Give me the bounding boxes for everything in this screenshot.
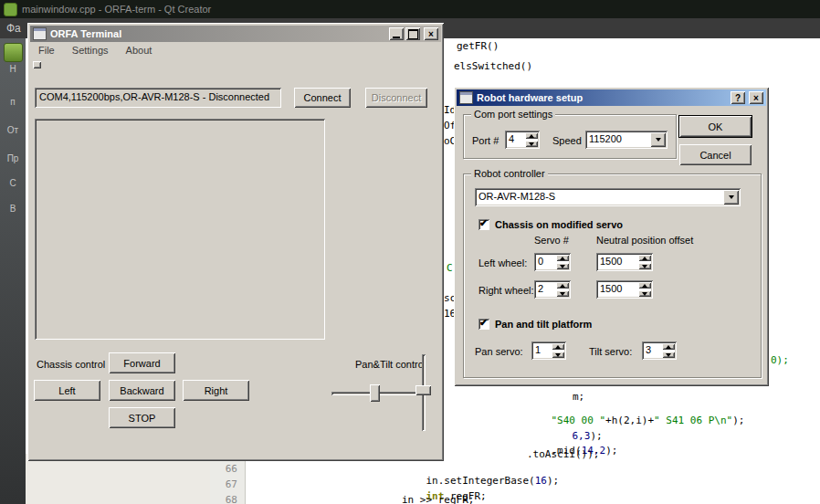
right-wheel-offset-value: 1500 [600, 283, 622, 294]
spin-down-icon[interactable] [552, 352, 564, 358]
spin-down-icon[interactable] [556, 263, 569, 269]
pan-slider[interactable] [331, 383, 423, 404]
backward-button[interactable]: Backward [109, 380, 175, 401]
disconnect-button: Disconnect [365, 88, 427, 108]
tilt-slider[interactable] [415, 354, 432, 431]
left-wheel-offset-spinner[interactable]: 1500 [596, 253, 653, 271]
forward-button[interactable]: Forward [109, 352, 175, 373]
welcome-mode-icon[interactable] [4, 43, 23, 62]
sidebar-item[interactable]: п [0, 97, 26, 107]
pantilt-checkbox[interactable]: ✔ Pan and tilt platform [478, 319, 661, 331]
check-icon: ✔ [479, 217, 488, 229]
spin-up-icon[interactable] [638, 282, 651, 289]
spin-down-icon[interactable] [662, 352, 675, 358]
speed-value: 115200 [589, 133, 622, 144]
code-token: ); [547, 475, 559, 487]
code-line: in >> regFR; [402, 494, 474, 504]
help-icon[interactable]: ? [731, 91, 745, 104]
terminal-menubar: File Settings About [31, 43, 440, 59]
disconnect-button-label: Disconnect [372, 92, 421, 103]
line-number: 68 [212, 494, 237, 504]
close-icon[interactable]: × [424, 27, 438, 40]
offset-header: Neutral position offset [596, 235, 693, 246]
sidebar-item[interactable]: От [0, 125, 26, 135]
spin-up-icon[interactable] [638, 255, 651, 261]
left-wheel-servo-spinner[interactable]: 0 [534, 253, 571, 271]
qt-creator-logo-icon [4, 3, 17, 16]
checkbox-box[interactable]: ✔ [478, 319, 489, 330]
sidebar-item[interactable]: Пр [0, 153, 26, 163]
controller-combobox[interactable]: OR-AVR-M128-S [475, 188, 741, 206]
code-fragment: 0); [771, 354, 789, 366]
chassis-checkbox[interactable]: ✔ Chassis on modified servo [478, 219, 661, 232]
code-token: ); [605, 445, 617, 457]
speed-label: Speed [552, 135, 582, 146]
robot-controller-title: Robot controller [471, 168, 548, 179]
connect-button[interactable]: Connect [294, 88, 351, 108]
code-line: .toAscii()); [527, 448, 599, 460]
combo-arrow-icon[interactable] [650, 132, 666, 147]
project-pane[interactable] [26, 454, 211, 504]
close-icon[interactable]: × [749, 91, 763, 104]
menu-file-fragment[interactable]: Фа [6, 22, 21, 35]
code-token: 16 [535, 475, 547, 487]
port-value: 4 [509, 133, 514, 144]
right-button[interactable]: Right [183, 380, 249, 401]
sidebar-item[interactable]: С [0, 178, 26, 188]
ok-button[interactable]: OK [679, 116, 752, 137]
code-fragment: elsSwitched() [454, 60, 532, 72]
spin-up-icon[interactable] [662, 343, 675, 350]
cancel-button-label: Cancel [699, 150, 731, 161]
connection-status-text: COM4,115200bps,OR-AVR-M128-S - Disconnec… [39, 91, 269, 102]
minimize-icon[interactable] [389, 27, 404, 40]
spin-down-icon[interactable] [638, 263, 651, 269]
pan-servo-spinner[interactable]: 1 [531, 341, 566, 360]
spin-down-icon[interactable] [638, 290, 651, 297]
tilt-servo-spinner[interactable]: 3 [642, 341, 677, 360]
right-wheel-label: Right wheel: [478, 285, 534, 296]
sidebar-item[interactable]: В [0, 204, 26, 214]
line-number: 66 [212, 463, 237, 475]
pan-slider-handle[interactable] [370, 384, 380, 402]
right-wheel-offset-spinner[interactable]: 1500 [596, 280, 653, 299]
orfa-terminal-titlebar[interactable]: ORFA Terminal [30, 26, 441, 42]
right-button-label: Right [205, 385, 228, 396]
spin-up-icon[interactable] [556, 282, 569, 289]
robot-dialog-titlebar[interactable]: Robot hardware setup [457, 89, 766, 106]
combo-arrow-icon[interactable] [723, 190, 739, 205]
terminal-output[interactable] [35, 119, 325, 340]
menu-file[interactable]: File [31, 43, 62, 58]
backward-button-label: Backward [120, 385, 163, 396]
tilt-slider-handle[interactable] [415, 385, 431, 395]
ok-button-label: OK [709, 121, 723, 132]
sidebar-item[interactable]: Н [0, 64, 26, 74]
left-wheel-servo-value: 0 [538, 256, 543, 267]
checkbox-box[interactable]: ✔ [478, 219, 489, 230]
orfa-terminal-icon [33, 27, 47, 40]
speed-combobox[interactable]: 115200 [585, 131, 668, 149]
pan-servo-value: 1 [535, 344, 541, 355]
menu-about[interactable]: About [119, 43, 160, 58]
maximize-icon[interactable] [405, 27, 420, 40]
forward-button-label: Forward [123, 358, 160, 369]
qt-creator-mode-bar[interactable]: Н п От Пр С В [0, 38, 26, 504]
code-fragment: C [447, 262, 453, 274]
spin-down-icon[interactable] [525, 141, 538, 147]
spin-up-icon[interactable] [552, 343, 564, 350]
spin-up-icon[interactable] [525, 132, 538, 139]
menu-settings[interactable]: Settings [65, 43, 116, 58]
stop-button[interactable]: STOP [109, 407, 175, 428]
code-fragment: getFR() [457, 40, 499, 52]
spin-down-icon[interactable] [556, 290, 569, 297]
qt-creator-titlebar: mainwindow.cpp - ORFA-term - Qt Creator [0, 0, 820, 18]
orfa-terminal-window: ORFA Terminal × File Settings About COM4… [27, 23, 444, 461]
cancel-button[interactable]: Cancel [679, 144, 752, 165]
port-spinner[interactable]: 4 [505, 131, 540, 149]
spin-up-icon[interactable] [556, 255, 569, 261]
left-button[interactable]: Left [34, 380, 100, 401]
right-wheel-servo-spinner[interactable]: 2 [534, 280, 571, 299]
check-icon: ✔ [479, 317, 488, 329]
connect-button-label: Connect [304, 92, 342, 103]
left-wheel-label: Left wheel: [478, 257, 527, 268]
chassis-control-label: Chassis control [37, 359, 105, 370]
